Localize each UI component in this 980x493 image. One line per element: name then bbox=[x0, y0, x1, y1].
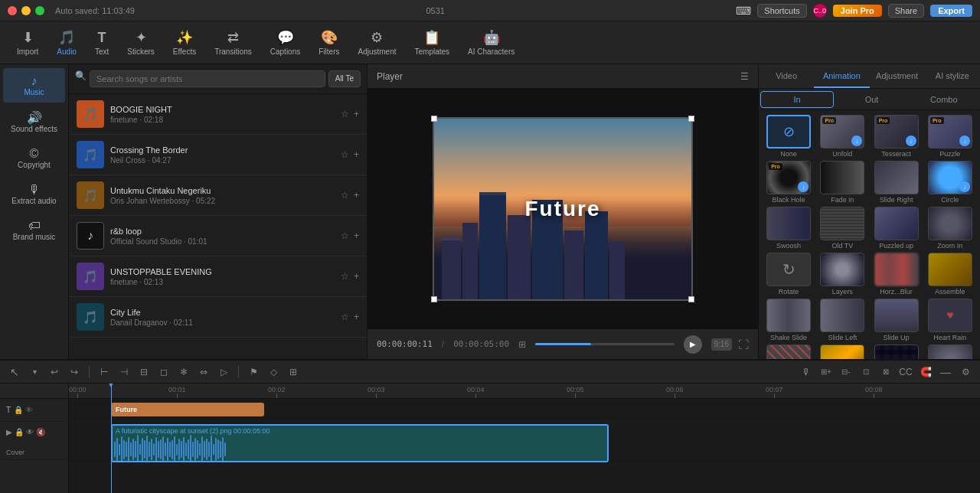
share-button[interactable]: Share bbox=[888, 4, 924, 18]
anim-item-swoosh[interactable]: Swoosh bbox=[763, 207, 814, 250]
anim-item-puzzle[interactable]: Pro ↓ Puzzle bbox=[925, 115, 975, 158]
undo-button[interactable]: ↩ bbox=[46, 364, 63, 380]
search-input[interactable] bbox=[90, 70, 325, 87]
keyframe-tool[interactable]: ◇ bbox=[265, 364, 282, 380]
video-track-clip[interactable]: A futuristic cityscape at sunset (2).png… bbox=[111, 424, 609, 462]
tab-animation[interactable]: Animation bbox=[814, 64, 869, 88]
sidebar-item-extract-audio[interactable]: 🎙 Extract audio bbox=[3, 177, 65, 211]
anim-item-layers[interactable]: Layers bbox=[817, 253, 867, 295]
player-menu-icon[interactable]: ☰ bbox=[740, 71, 749, 82]
video-lock-icon[interactable]: 🔒 bbox=[15, 428, 24, 436]
add-icon-5[interactable]: + bbox=[354, 271, 359, 282]
crop-tool[interactable]: ◻ bbox=[155, 364, 172, 380]
anim-item-mosaic[interactable]: Mosaic bbox=[871, 344, 922, 359]
handle-top-left[interactable] bbox=[431, 116, 437, 122]
anim-item-shake-slide[interactable]: Shake Slide bbox=[763, 299, 814, 341]
anim-item-heart-rain[interactable]: ♥ Heart Rain bbox=[925, 299, 975, 341]
tab-ai-stylize[interactable]: AI stylize bbox=[925, 64, 980, 88]
favorite-icon-1[interactable]: ☆ bbox=[341, 109, 349, 119]
zoom-out-timeline[interactable]: ⊟- bbox=[838, 364, 854, 380]
tab-adjustment[interactable]: Adjustment bbox=[870, 64, 925, 88]
redo-button[interactable]: ↪ bbox=[66, 364, 83, 380]
add-icon-3[interactable]: + bbox=[354, 190, 359, 201]
settings-cog[interactable]: ⚙ bbox=[957, 364, 974, 380]
grid-tool[interactable]: ⊞ bbox=[285, 364, 302, 380]
anim-item-unfold[interactable]: Pro ↓ Unfold bbox=[817, 115, 867, 158]
sidebar-item-brand-music[interactable]: 🏷 Brand music bbox=[3, 213, 65, 247]
close-button[interactable] bbox=[8, 6, 17, 15]
player-timeline-bar[interactable] bbox=[535, 343, 674, 345]
dropdown-arrow[interactable]: ▾ bbox=[26, 364, 43, 380]
sidebar-item-copyright[interactable]: © Copyright bbox=[3, 141, 65, 175]
speed-tool[interactable]: ▷ bbox=[215, 364, 232, 380]
anim-item-fade-in[interactable]: Fade in bbox=[817, 161, 867, 204]
toolbar-templates[interactable]: 📋 Templates bbox=[407, 26, 458, 59]
list-item[interactable]: 🎵 Crossing The Border Neil Cross · 04:27… bbox=[69, 135, 367, 175]
eye-icon[interactable]: 👁 bbox=[25, 406, 33, 414]
handle-bottom-right[interactable] bbox=[688, 296, 694, 302]
anim-item-zoom-1[interactable]: Zoom 1 bbox=[925, 344, 975, 359]
play-button[interactable]: ▶ bbox=[684, 335, 702, 354]
anim-item-slide-right[interactable]: Slide Right bbox=[871, 161, 922, 204]
anim-item-circle[interactable]: ↓ Circle bbox=[925, 161, 975, 204]
lock-icon[interactable]: 🔒 bbox=[14, 406, 23, 414]
favorite-icon-6[interactable]: ☆ bbox=[341, 312, 349, 322]
sidebar-item-sound-effects[interactable]: 🔊 Sound effects bbox=[3, 104, 65, 139]
add-icon-1[interactable]: + bbox=[354, 109, 359, 119]
mirror-tool[interactable]: ⇔ bbox=[195, 364, 212, 380]
anim-item-none[interactable]: ⊘ None bbox=[763, 115, 814, 158]
anim-item-slide-up[interactable]: Slide Up bbox=[871, 299, 922, 341]
toolbar-text[interactable]: T Text bbox=[87, 27, 116, 59]
toolbar-effects[interactable]: ✨ Effects bbox=[165, 26, 204, 59]
minimize-button[interactable] bbox=[21, 6, 31, 15]
favorite-icon-2[interactable]: ☆ bbox=[341, 149, 349, 160]
video-eye-icon[interactable]: 👁 bbox=[26, 428, 34, 436]
toolbar-stickers[interactable]: ✦ Stickers bbox=[119, 26, 162, 59]
sidebar-item-music[interactable]: ♪ Music bbox=[3, 68, 65, 103]
subtab-combo[interactable]: Combo bbox=[908, 92, 980, 107]
zoom-fill[interactable]: ⊠ bbox=[877, 364, 894, 380]
anim-item-flow-gold[interactable]: Flow...Gold bbox=[817, 344, 867, 359]
handle-bottom-left[interactable] bbox=[431, 296, 437, 302]
toolbar-adjustment[interactable]: ⚙ Adjustment bbox=[350, 26, 403, 59]
anim-item-horz-blur[interactable]: Horz...Blur bbox=[871, 253, 922, 295]
toolbar-transitions[interactable]: ⇄ Transitions bbox=[207, 26, 260, 59]
grid-icon[interactable]: ⊞ bbox=[518, 339, 526, 350]
favorite-icon-5[interactable]: ☆ bbox=[341, 271, 349, 282]
timeline-settings[interactable]: — bbox=[937, 364, 954, 380]
select-tool[interactable]: ↖ bbox=[6, 364, 23, 380]
tab-video[interactable]: Video bbox=[759, 64, 814, 88]
text-track-clip[interactable]: Future bbox=[111, 403, 264, 416]
toolbar-captions[interactable]: 💬 Captions bbox=[263, 26, 308, 59]
anim-item-old-tv[interactable]: Old TV bbox=[817, 207, 867, 250]
video-mute-icon[interactable]: 🔇 bbox=[36, 428, 45, 436]
anim-item-obli-lines[interactable]: Obli...ines bbox=[763, 344, 814, 359]
flag-tool[interactable]: ⚑ bbox=[245, 364, 262, 380]
anim-item-tesseract[interactable]: Pro ↓ Tesseract bbox=[871, 115, 922, 158]
anim-item-zoom-in[interactable]: Zoom In bbox=[925, 207, 975, 250]
toolbar-ai-characters[interactable]: 🤖 AI Characters bbox=[460, 26, 522, 59]
add-icon-6[interactable]: + bbox=[354, 312, 359, 322]
add-icon-2[interactable]: + bbox=[354, 149, 359, 160]
trim-in-tool[interactable]: ⊣ bbox=[116, 364, 132, 380]
shortcuts-button[interactable]: Shortcuts bbox=[757, 4, 806, 18]
list-item[interactable]: 🎵 BOOGIE NIGHT finetune · 02:18 ☆ + bbox=[69, 94, 367, 135]
all-tag-button[interactable]: All Te bbox=[328, 70, 361, 87]
anim-item-assemble[interactable]: Assemble bbox=[925, 253, 975, 295]
zoom-fit[interactable]: ⊡ bbox=[858, 364, 874, 380]
toolbar-filters[interactable]: 🎨 Filters bbox=[311, 26, 347, 59]
list-item[interactable]: ♪ r&b loop Official Sound Studio · 01:01… bbox=[69, 216, 367, 256]
add-icon-4[interactable]: + bbox=[354, 230, 359, 241]
favorite-icon-3[interactable]: ☆ bbox=[341, 190, 349, 201]
list-item[interactable]: 🎵 City Life Danail Draganov · 02:11 ☆ + bbox=[69, 297, 367, 338]
freeze-tool[interactable]: ❄ bbox=[175, 364, 192, 380]
toolbar-import[interactable]: ⬇ Import bbox=[9, 26, 46, 59]
zoom-in-timeline[interactable]: ⊞+ bbox=[818, 364, 835, 380]
subtitles-icon[interactable]: CC bbox=[897, 364, 914, 380]
fullscreen-button[interactable]: ⛶ bbox=[738, 338, 749, 351]
handle-top-right[interactable] bbox=[688, 116, 694, 122]
toolbar-audio[interactable]: 🎵 Audio bbox=[49, 26, 84, 59]
list-item[interactable]: 🎵 Untukmu Cintaku Negeriku Oris Johan We… bbox=[69, 175, 367, 216]
delete-tool[interactable]: ⊟ bbox=[136, 364, 152, 380]
mic-icon[interactable]: 🎙 bbox=[798, 364, 815, 380]
